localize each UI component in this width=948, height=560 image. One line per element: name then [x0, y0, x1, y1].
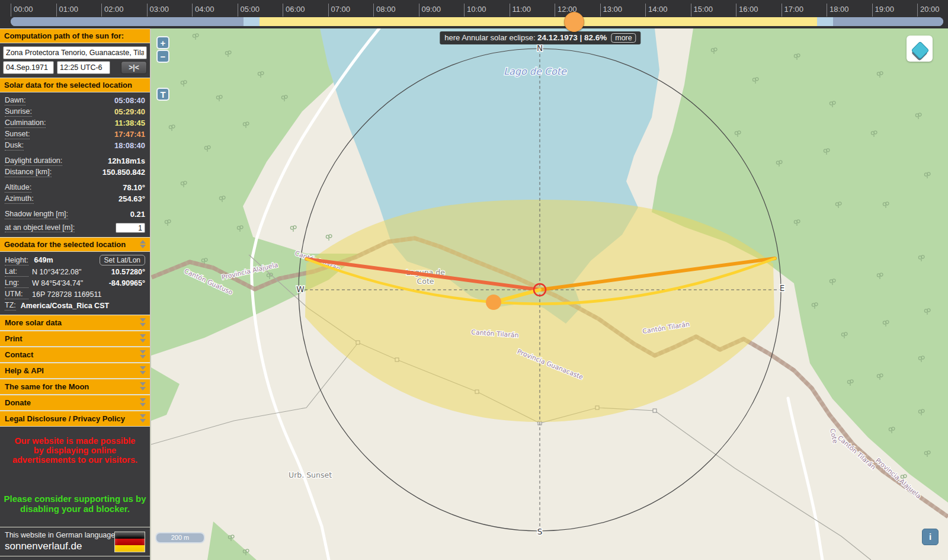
eclipse-more-button[interactable]: more [611, 33, 636, 43]
timeline-hour-label: 19:00 [875, 5, 895, 14]
timeline-tick [101, 4, 102, 17]
compass-letter-n: N [537, 43, 543, 53]
chevron-down-icon [140, 350, 146, 360]
zoom-in-button[interactable]: + [156, 36, 169, 49]
eclipse-banner-text: here Annular solar eclipse: [444, 33, 537, 42]
solar-row: Daylight duration:12h18m1s [0, 155, 150, 167]
collapse-icon[interactable] [140, 240, 146, 248]
timeline-tick [464, 4, 465, 17]
solar-row-label: Culmination: [5, 118, 46, 128]
map-scale-bar: 200 m [155, 532, 205, 543]
map-canvas[interactable]: Lago de CoteLaguna deCoteUrb. SunsetCant… [151, 28, 948, 560]
zoom-out-button[interactable]: − [156, 50, 169, 63]
timeline-hour-label: 14:00 [648, 5, 668, 14]
solar-row-value: 150.850.842 [103, 168, 145, 177]
timeline-segment-night[interactable] [11, 17, 244, 26]
tz-value: America/Costa_Rica CST [21, 301, 109, 311]
solar-row-label: Dusk: [5, 140, 24, 151]
solar-row-label: Daylight duration: [5, 156, 62, 166]
menu-item-label: Print [5, 334, 23, 343]
timeline-tick [555, 4, 555, 17]
menu-item-label: Contact [5, 350, 33, 359]
timeline-segment-twilight[interactable] [244, 17, 260, 26]
compass-letter-w: W [296, 284, 304, 294]
chevron-down-icon [140, 334, 146, 344]
menu-item-label: Help & API [5, 366, 44, 375]
map-label: Cote [417, 277, 434, 286]
timeline-hour-label: 15:00 [694, 5, 713, 14]
layers-icon [911, 41, 929, 59]
solar-row-value: 17:47:41 [114, 130, 145, 139]
language-switch-row: This website in German language sonnenve… [0, 527, 150, 556]
compass-letter-s: S [537, 527, 543, 536]
location-input[interactable] [3, 46, 147, 59]
timeline-hour-label: 11:00 [513, 5, 531, 14]
menu-item-help-api[interactable]: Help & API [0, 363, 150, 379]
timeline-hour-label: 08:00 [376, 5, 396, 14]
timeline-tick [827, 4, 827, 17]
timeline-tick [238, 4, 238, 17]
menu-item-contact[interactable]: Contact [0, 347, 150, 363]
menu-item-label: The same for the Moon [5, 382, 89, 391]
timeline-segment-day[interactable] [260, 17, 817, 26]
layers-button[interactable] [907, 36, 933, 62]
solar-row: Sunset:17:47:41 [0, 129, 150, 140]
solar-row-label: Distance [km]: [5, 167, 52, 177]
timeline-tick [691, 4, 691, 17]
lng-deg: -84.90965° [109, 279, 145, 288]
object-level-input[interactable] [116, 223, 145, 233]
menu-item-label: More solar data [5, 318, 62, 327]
utm-label: UTM: [5, 289, 28, 299]
timeline-hour-label: 17:00 [784, 5, 804, 14]
menu-item-print[interactable]: Print [0, 331, 150, 347]
german-flag-icon[interactable] [114, 532, 145, 552]
solar-row: Dusk:18:08:40 [0, 140, 150, 151]
solar-row-value: 78.10° [123, 183, 145, 193]
height-label: Height: [5, 255, 28, 265]
timeline-track[interactable] [11, 17, 943, 26]
solar-row-label: Sunrise: [5, 107, 32, 117]
timeline-hour-label: 04:00 [195, 5, 214, 14]
menu-item-label: Legal Disclosure / Privacy Policy [5, 414, 125, 423]
timeline-tick [328, 4, 329, 17]
info-button[interactable]: i [922, 529, 939, 545]
timeline-hour-label: 06:00 [286, 5, 305, 14]
solar-row: Altitude:78.10° [0, 182, 150, 193]
tz-label: TZ: [5, 300, 16, 311]
timeline-tick [283, 4, 283, 17]
menu-item-the-same-for-the-moon[interactable]: The same for the Moon [0, 379, 150, 395]
map-label: Urb. Sunset [289, 471, 332, 479]
terrain-button[interactable]: T [156, 88, 169, 101]
solar-row: Culmination:11:38:45 [0, 117, 150, 129]
timeline-segment-night[interactable] [833, 17, 943, 26]
set-latlon-button[interactable]: Set Lat/Lon [100, 255, 145, 265]
menu-item-more-solar-data[interactable]: More solar data [0, 315, 150, 331]
current-time-marker[interactable] [564, 12, 584, 32]
solar-row: Distance [km]:150.850.842 [0, 167, 150, 178]
time-input[interactable] [57, 61, 110, 74]
geodata-header[interactable]: Geodata for the selected location [0, 237, 150, 252]
solar-row-value: 254.63° [118, 194, 145, 204]
menu-item-label: Donate [5, 398, 31, 407]
timeline-bar[interactable]: 00:0001:0002:0003:0004:0005:0006:0007:00… [0, 0, 948, 28]
sun-position-dot[interactable] [486, 295, 501, 310]
timeline-tick [872, 4, 873, 17]
timeline-hour-label: 00:00 [14, 5, 33, 14]
chevron-down-icon [140, 366, 146, 376]
timeline-hour-label: 16:00 [739, 5, 758, 14]
reset-time-button[interactable]: >|< [121, 61, 147, 74]
map-label: Cote [828, 428, 839, 444]
timeline-tick [510, 4, 510, 17]
timeline-hour-label: 02:00 [104, 5, 124, 14]
geodata-panel: Height: 649m Set Lat/Lon Lat: N 10°34'22… [0, 252, 150, 315]
menu-item-donate[interactable]: Donate [0, 395, 150, 411]
timeline-tick [917, 4, 918, 17]
timeline-tick [11, 4, 11, 17]
lng-dms: W 84°54'34.74" [32, 279, 83, 288]
timeline-tick [373, 4, 374, 17]
timeline-segment-twilight[interactable] [817, 17, 833, 26]
timeline-tick [782, 4, 782, 17]
date-input[interactable] [3, 61, 54, 74]
menu-item-legal-disclosure-privacy-policy[interactable]: Legal Disclosure / Privacy Policy [0, 411, 150, 427]
solar-row-label: Shadow length [m]: [5, 209, 68, 219]
